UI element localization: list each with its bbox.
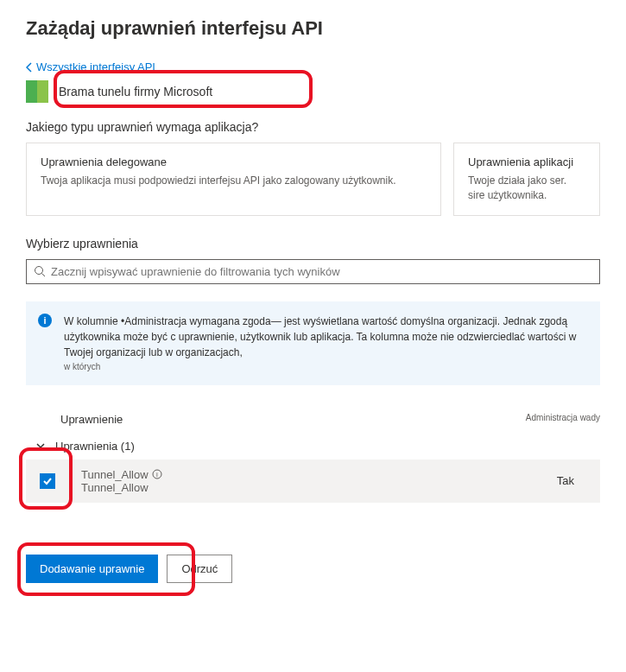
svg-line-1 [42,274,46,277]
permission-name-1: Tunnel_Allow [81,468,149,481]
delegated-permissions-card[interactable]: Uprawnienia delegowane Twoja aplikacja m… [26,143,441,216]
chevron-left-icon [26,62,33,73]
permission-checkbox[interactable] [40,473,55,489]
delegated-title: Uprawnienia delegowane [41,155,427,168]
column-permission: Uprawnienie [60,413,526,426]
permission-row[interactable]: Tunnel_Allow i Tunnel_Allow Tak [26,460,600,503]
table-header: Uprawnienie Administracja wady [26,409,600,433]
permission-type-question: Jakiego typu uprawnień wymaga aplikacja? [26,120,600,134]
info-icon: i [38,314,52,327]
permission-group-toggle[interactable]: Uprawnienia (1) [26,433,600,460]
breadcrumb-back[interactable]: Wszystkie interfejsy API [26,60,600,73]
breadcrumb-label: Wszystkie interfejsy API [36,60,155,73]
application-permissions-card[interactable]: Uprawnienia aplikacji Twoje działa jako … [453,143,600,216]
search-input[interactable] [51,265,592,278]
page-title: Zażądaj uprawnień interfejsu API [26,17,600,40]
info-text: W kolumnie •Administracja wymagana zgoda… [64,315,576,358]
svg-point-0 [35,267,43,275]
group-label: Uprawnienia (1) [55,440,135,453]
svg-text:i: i [43,315,46,326]
application-title: Uprawnienia aplikacji [468,155,585,168]
column-admin-consent: Administracja wady [526,413,600,426]
app-name: Brama tunelu firmy Microsoft [59,85,212,98]
permission-name-2: Tunnel_Allow [81,481,557,494]
search-icon [34,265,46,277]
add-permissions-button[interactable]: Dodawanie uprawnie [26,555,158,583]
search-box[interactable] [26,259,600,284]
permission-name-cell: Tunnel_Allow i Tunnel_Allow [81,468,557,494]
permission-admin-value: Tak [557,474,574,487]
info-small: w których [64,360,586,373]
chevron-down-icon [35,440,47,452]
app-icon [26,80,48,103]
delegated-description: Twoja aplikacja musi podpowiedzi interfe… [41,174,427,188]
info-banner: i W kolumnie •Administracja wymagana zgo… [26,301,600,385]
checkmark-icon [42,476,53,486]
info-icon[interactable]: i [152,469,162,479]
application-description: Twoje działa jako ser. sire użytkownika. [468,174,585,203]
discard-button[interactable]: Odrzuć [167,555,232,583]
svg-text:i: i [156,471,158,479]
select-permissions-label: Wybierz uprawnienia [26,237,600,250]
